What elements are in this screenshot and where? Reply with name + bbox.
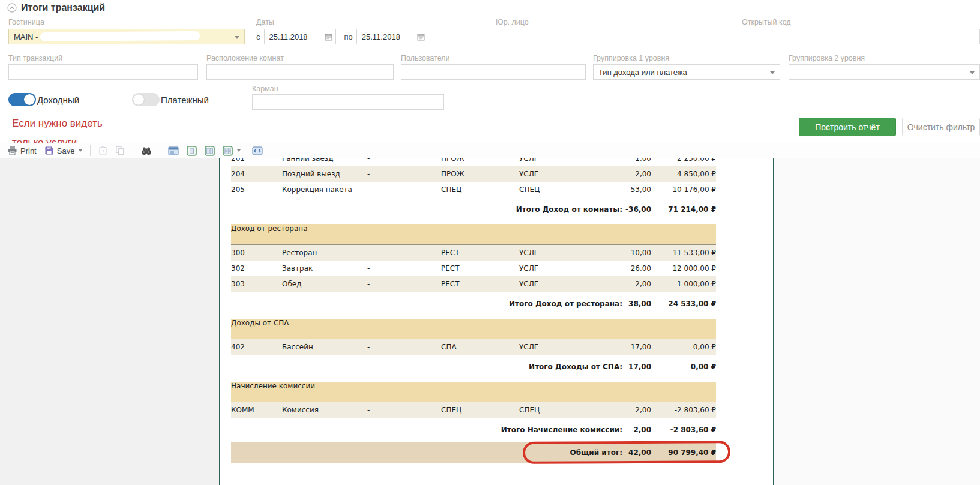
table-cell: Ресторан (282, 245, 367, 261)
legal-entity-label: Юр. лицо (496, 18, 529, 26)
report-page: 201Ранний заезд-ПРОЖУСЛГ1,002 250,00 ₽20… (219, 158, 774, 485)
two-page-view-button[interactable] (202, 145, 217, 157)
table-cell: 0,00 ₽ (651, 339, 716, 355)
total-label: Итого Доходы от СПА: (231, 358, 622, 375)
grouping1-select[interactable]: Тип дохода или платежа (593, 64, 780, 80)
fit-width-icon (252, 146, 263, 155)
viewer-margin-left (0, 158, 219, 485)
save-icon (44, 146, 54, 155)
table-row: 204Поздний выезд-ПРОЖУСЛГ2,004 850,00 ₽ (231, 166, 716, 182)
single-page-view-button[interactable] (184, 145, 199, 157)
table-cell: 2,00 (585, 166, 651, 182)
collapse-panel-icon[interactable] (7, 3, 17, 13)
room-location-input[interactable] (206, 64, 394, 80)
income-toggle-label: Доходный (37, 95, 79, 105)
report-table: 201Ранний заезд-ПРОЖУСЛГ1,002 250,00 ₽20… (231, 158, 716, 463)
save-button[interactable]: Save (42, 145, 85, 157)
legal-entity-input[interactable] (496, 29, 733, 44)
table-cell: Коррекция пакета (282, 182, 367, 197)
toggle-knob (133, 94, 144, 105)
app-window: Итоги транзакций Гостиница MAIN - Даты с… (0, 0, 980, 485)
total-label: Итого Доход от ресторана: (231, 295, 622, 312)
table-cell: 204 (231, 166, 282, 182)
hotel-select[interactable]: MAIN - (8, 29, 245, 44)
table-cell: СПЕЦ (441, 402, 519, 418)
table-cell: РЕСТ (441, 261, 519, 276)
total-count: 42,00 (622, 442, 651, 463)
table-cell: КОММ (231, 402, 282, 418)
hotel-label: Гостиница (8, 18, 44, 26)
date-from-value: 25.11.2018 (269, 32, 308, 41)
section-total-row: Итого Доход от комнаты:-36,0071 214,00 ₽ (231, 200, 716, 217)
table-cell: 4 850,00 ₽ (651, 166, 716, 182)
total-label: Общий итог: (231, 442, 622, 463)
table-cell: ПРОЖ (441, 166, 519, 182)
print-icon (7, 146, 17, 155)
copy-button-disabled[interactable] (113, 145, 127, 157)
date-range: с 25.11.2018 по 25.11.2018 (256, 29, 428, 44)
date-to-value: 25.11.2018 (362, 32, 400, 41)
table-cell: - (367, 166, 441, 182)
date-from-input[interactable]: 25.11.2018 (264, 29, 336, 44)
print-button[interactable]: Print (5, 145, 39, 157)
table-cell: Комиссия (282, 402, 367, 418)
table-cell: - (367, 276, 441, 292)
pocket-label: Карман (252, 85, 278, 93)
total-amount: -2 803,60 ₽ (651, 421, 716, 438)
payment-toggle[interactable] (132, 93, 160, 106)
table-cell: - (367, 339, 441, 355)
table-cell: УСЛГ (519, 261, 585, 276)
table-cell: 1,00 (585, 158, 651, 166)
table-cell: 201 (231, 158, 282, 166)
grouping2-select[interactable] (789, 64, 980, 80)
table-cell: - (367, 158, 441, 166)
table-cell: ПРОЖ (441, 158, 519, 166)
table-cell: УСЛГ (519, 245, 585, 261)
build-report-button[interactable]: Построить отчёт (799, 118, 896, 136)
section-total-row: Итого Доход от ресторана:38,0024 533,00 … (231, 295, 716, 312)
binoculars-icon (141, 146, 152, 155)
annotation-line1: Если нужно видеть (12, 114, 103, 133)
table-cell: 11 533,00 ₽ (651, 245, 716, 261)
paste-button-disabled[interactable]: ? (96, 145, 110, 157)
screen-view-button[interactable] (166, 145, 181, 157)
table-cell: 26,00 (585, 261, 651, 276)
find-button[interactable] (139, 145, 154, 157)
open-code-input[interactable] (742, 29, 980, 44)
total-label: Итого Доход от комнаты: (231, 200, 622, 217)
total-amount: 0,00 ₽ (651, 358, 716, 375)
table-spacer (231, 312, 716, 319)
section-total-row: Итого Начисление комиссии:2,00-2 803,60 … (231, 421, 716, 438)
table-cell: 1 000,00 ₽ (651, 276, 716, 292)
pocket-input[interactable] (252, 94, 444, 110)
clear-filter-button[interactable]: Очистить фильтр (902, 118, 980, 136)
multi-page-view-button[interactable] (220, 145, 243, 157)
screen-view-icon (168, 146, 179, 155)
transaction-type-input[interactable] (8, 64, 198, 80)
copy-icon (115, 146, 125, 155)
section-header-label: Доходы от СПА (231, 319, 716, 327)
table-cell: СПЕЦ (441, 182, 519, 197)
users-input[interactable] (401, 64, 586, 80)
table-cell: УСЛГ (519, 158, 585, 166)
payment-toggle-label: Платежный (161, 95, 209, 105)
total-amount: 24 533,00 ₽ (651, 295, 716, 312)
chevron-down-icon (970, 71, 975, 74)
table-row: КОММКомиссия-СПЕЦСПЕЦ2,00-2 803,60 ₽ (231, 402, 716, 418)
chevron-down-icon (770, 71, 775, 74)
date-to-input[interactable]: 25.11.2018 (356, 29, 428, 44)
section-header: Доходы от СПА (231, 319, 716, 339)
print-button-label: Print (20, 146, 37, 155)
table-cell: - (367, 182, 441, 197)
grouping1-label: Группировка 1 уровня (593, 54, 669, 62)
grouping2-label: Группировка 2 уровня (789, 54, 865, 62)
transaction-type-label: Тип транзакций (8, 54, 62, 62)
section-header: Доход от ресторана (231, 224, 716, 245)
table-cell: - (367, 245, 441, 261)
table-cell: -10 176,00 ₽ (651, 182, 716, 197)
report-header: Итоги транзакций (7, 2, 105, 13)
table-row: 302Завтрак-РЕСТУСЛГ26,0012 000,00 ₽ (231, 261, 716, 276)
fit-width-button[interactable] (250, 145, 265, 157)
table-cell: 303 (231, 276, 282, 292)
income-toggle[interactable] (8, 93, 36, 106)
